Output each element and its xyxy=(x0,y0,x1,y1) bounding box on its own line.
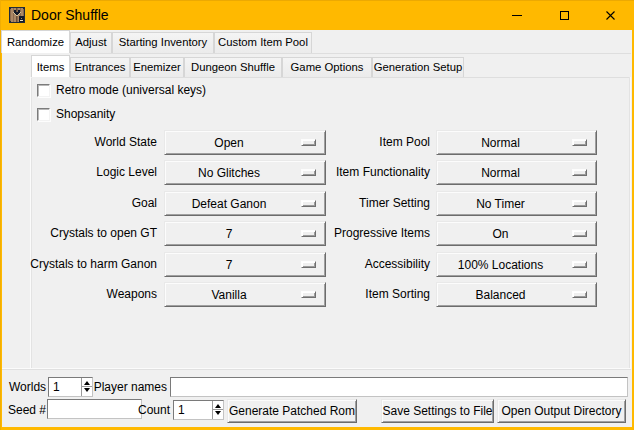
dropdown-timer-setting[interactable]: No Timer xyxy=(436,191,597,216)
dropdown-value: No Glitches xyxy=(167,161,291,184)
notebook-pane-bottom-shadow xyxy=(2,369,631,370)
player-names-label: Player names xyxy=(90,380,167,394)
subtab-game-options[interactable]: Game Options xyxy=(282,57,372,77)
worlds-value: 1 xyxy=(53,378,60,396)
tab-label: Starting Inventory xyxy=(119,33,208,52)
window-title: Door Shuffle xyxy=(31,0,109,30)
setting-label: Timer Setting xyxy=(300,191,430,216)
subtab-items[interactable]: Items xyxy=(31,55,70,77)
dropdown-value: 100% Locations xyxy=(439,253,562,276)
player-names-input[interactable] xyxy=(170,377,628,397)
subtab-generation-setup[interactable]: Generation Setup xyxy=(372,57,464,77)
setting-label: Crystals to harm Ganon xyxy=(20,252,157,277)
count-spinbox[interactable]: 1 xyxy=(173,400,224,420)
dropdown-indicator-icon xyxy=(572,200,587,207)
dropdown-value: Normal xyxy=(439,131,562,154)
dropdown-accessibility[interactable]: 100% Locations xyxy=(436,252,597,277)
setting-label: Crystals to open GT xyxy=(20,221,157,246)
notebook2-pane-top xyxy=(70,77,629,78)
dropdown-item-functionality[interactable]: Normal xyxy=(436,160,597,185)
checkbox-shopsanity[interactable] xyxy=(37,108,50,121)
tab-label: Custom Item Pool xyxy=(218,33,308,52)
spin-up-button[interactable] xyxy=(214,401,223,409)
setting-label: Item Pool xyxy=(300,130,430,155)
tab-label: Adjust xyxy=(75,33,106,52)
dropdown-indicator-icon xyxy=(572,261,587,268)
setting-label: Accessibility xyxy=(300,252,430,277)
notebook2-pane-right2 xyxy=(630,77,631,369)
tab-label: Enemizer xyxy=(133,58,181,76)
subtab-entrances[interactable]: Entrances xyxy=(70,57,130,77)
dropdown-item-pool[interactable]: Normal xyxy=(436,130,597,155)
dropdown-item-sorting[interactable]: Balanced xyxy=(436,282,597,307)
close-button[interactable] xyxy=(587,0,633,30)
dropdown-indicator-icon xyxy=(572,230,587,237)
dropdown-value: 7 xyxy=(167,222,291,245)
checkbox-label: Retro mode (universal keys) xyxy=(56,84,206,97)
dropdown-indicator-icon xyxy=(572,139,587,146)
dropdown-value: 7 xyxy=(167,253,291,276)
maximize-icon xyxy=(560,11,569,20)
maximize-button[interactable] xyxy=(541,0,587,30)
arrow-down-icon xyxy=(215,411,221,415)
notebook1-pane-border xyxy=(70,53,631,54)
subtab-dungeon-shuffle[interactable]: Dungeon Shuffle xyxy=(184,57,282,77)
subtab-enemizer[interactable]: Enemizer xyxy=(130,57,184,77)
worlds-label: Worlds xyxy=(9,380,46,394)
checkbox-label: Shopsanity xyxy=(56,108,115,121)
save-settings-button[interactable]: Save Settings to File xyxy=(381,399,494,423)
tab-label: Randomize xyxy=(7,31,64,53)
generate-button[interactable]: Generate Patched Rom xyxy=(227,399,357,423)
setting-label: Weapons xyxy=(20,282,157,307)
tab-randomize[interactable]: Randomize xyxy=(1,30,70,53)
tab-adjust[interactable]: Adjust xyxy=(70,32,112,53)
checkbox-retro-mode-universal-keys-[interactable] xyxy=(37,84,50,97)
setting-label: Item Functionality xyxy=(300,160,430,185)
tab-custom-item-pool[interactable]: Custom Item Pool xyxy=(214,32,312,53)
window-edge-left xyxy=(0,0,1,430)
tab-starting-inventory[interactable]: Starting Inventory xyxy=(112,32,214,53)
count-value: 1 xyxy=(178,401,185,419)
dropdown-value: No Timer xyxy=(439,192,562,215)
dropdown-indicator-icon xyxy=(572,291,587,298)
arrow-up-icon xyxy=(215,404,221,408)
dropdown-value: On xyxy=(439,222,562,245)
setting-label: Logic Level xyxy=(20,160,157,185)
dropdown-progressive-items[interactable]: On xyxy=(436,221,597,246)
dropdown-value: Balanced xyxy=(439,283,562,306)
dropdown-value: Vanilla xyxy=(167,283,291,306)
dropdown-value: Open xyxy=(167,131,291,154)
dropdown-indicator-icon xyxy=(572,169,587,176)
count-spin-arrows xyxy=(212,401,223,419)
door-icon xyxy=(9,7,25,23)
setting-label: World State xyxy=(20,130,157,155)
app-window: Door Shuffle RandomizeAdjustStarting Inv… xyxy=(0,0,634,430)
setting-label: Progressive Items xyxy=(300,221,430,246)
count-label: Count xyxy=(120,403,170,417)
tab-label: Generation Setup xyxy=(374,58,463,76)
seed-label: Seed # xyxy=(8,403,46,417)
worlds-spinbox[interactable]: 1 xyxy=(48,377,93,397)
spin-down-button[interactable] xyxy=(214,410,223,418)
title-bar[interactable]: Door Shuffle xyxy=(0,0,634,30)
dropdown-value: Defeat Ganon xyxy=(167,192,291,215)
minimize-button[interactable] xyxy=(494,0,540,30)
setting-label: Item Sorting xyxy=(300,282,430,307)
tab-label: Game Options xyxy=(291,58,364,76)
setting-label: Goal xyxy=(20,191,157,216)
tab-label: Dungeon Shuffle xyxy=(191,58,275,76)
open-output-button[interactable]: Open Output Directory xyxy=(497,399,626,423)
minimize-icon xyxy=(512,15,522,16)
close-icon xyxy=(606,11,615,20)
window-edge-top xyxy=(0,0,634,1)
tab-label: Entrances xyxy=(75,58,126,76)
dropdown-value: Normal xyxy=(439,161,562,184)
tab-label: Items xyxy=(37,56,65,77)
